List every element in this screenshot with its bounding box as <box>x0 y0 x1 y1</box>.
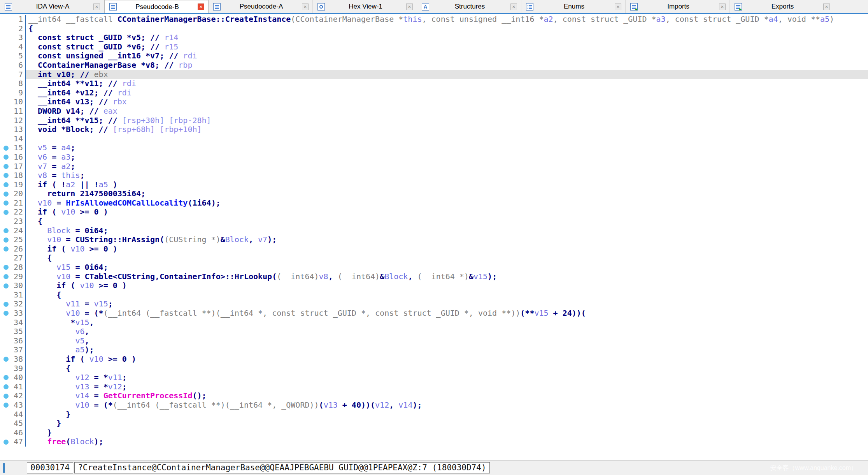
breakpoint-gutter[interactable] <box>0 24 12 33</box>
code-text[interactable]: } <box>26 410 868 419</box>
tab-enums[interactable]: Enums✕ <box>521 0 626 13</box>
breakpoint-dot-icon[interactable] <box>4 403 9 408</box>
breakpoint-gutter[interactable] <box>0 79 12 88</box>
breakpoint-dot-icon[interactable] <box>4 201 9 206</box>
breakpoint-dot[interactable] <box>0 171 12 180</box>
breakpoint-gutter[interactable] <box>0 428 12 438</box>
breakpoint-gutter[interactable] <box>0 318 12 327</box>
code-text[interactable]: { <box>26 24 868 33</box>
breakpoint-gutter[interactable] <box>0 410 12 419</box>
breakpoint-dot-icon[interactable] <box>4 155 9 160</box>
breakpoint-dot[interactable] <box>0 235 12 245</box>
breakpoint-dot[interactable] <box>0 355 12 364</box>
close-icon[interactable]: ✕ <box>302 4 309 10</box>
breakpoint-dot[interactable] <box>0 199 12 208</box>
breakpoint-gutter[interactable] <box>0 70 12 79</box>
breakpoint-dot[interactable] <box>0 180 12 190</box>
code-text[interactable]: v10 = CTable<CUString,ContainerInfo>::Hr… <box>26 272 868 281</box>
code-text[interactable]: const unsigned __int16 *v7; // rdi <box>26 51 868 61</box>
code-text[interactable]: if ( !a2 || !a5 ) <box>26 180 868 190</box>
breakpoint-dot-icon[interactable] <box>4 265 9 270</box>
breakpoint-gutter[interactable] <box>0 336 12 346</box>
breakpoint-dot[interactable] <box>0 143 12 153</box>
code-text[interactable]: a5); <box>26 345 868 355</box>
breakpoint-dot-icon[interactable] <box>4 192 9 197</box>
breakpoint-dot-icon[interactable] <box>4 440 9 445</box>
breakpoint-dot-icon[interactable] <box>4 302 9 307</box>
code-text[interactable]: v14 = GetCurrentProcessId(); <box>26 391 868 401</box>
breakpoint-gutter[interactable] <box>0 116 12 125</box>
breakpoint-gutter[interactable] <box>0 107 12 116</box>
code-text[interactable]: v12 = *v11; <box>26 373 868 382</box>
breakpoint-gutter[interactable] <box>0 419 12 428</box>
code-text[interactable]: v11 = v15; <box>26 299 868 309</box>
code-text[interactable]: *v15, <box>26 318 868 327</box>
code-text[interactable]: v15 = 0i64; <box>26 263 868 272</box>
breakpoint-dot-icon[interactable] <box>4 146 9 151</box>
breakpoint-dot-icon[interactable] <box>4 283 9 289</box>
code-text[interactable]: const struct _GUID *v5; // r14 <box>26 33 868 42</box>
code-text[interactable]: if ( v10 >= 0 ) <box>26 245 868 254</box>
code-text[interactable]: if ( v10 >= 0 ) <box>26 355 868 364</box>
code-text[interactable]: if ( v10 >= 0 ) <box>26 208 868 217</box>
breakpoint-dot[interactable] <box>0 309 12 318</box>
code-text[interactable]: void *Block; // [rsp+68h] [rbp+10h] <box>26 125 868 134</box>
breakpoint-dot-icon[interactable] <box>4 246 9 252</box>
breakpoint-dot[interactable] <box>0 391 12 401</box>
close-icon[interactable]: ✕ <box>510 4 517 10</box>
code-text[interactable]: const struct _GUID *v6; // r15 <box>26 42 868 52</box>
breakpoint-dot-icon[interactable] <box>4 274 9 279</box>
breakpoint-dot[interactable] <box>0 245 12 254</box>
code-text[interactable]: { <box>26 253 868 263</box>
breakpoint-dot[interactable] <box>0 299 12 309</box>
close-icon[interactable]: ✕ <box>823 4 830 10</box>
close-icon[interactable]: ✕ <box>615 4 621 10</box>
breakpoint-gutter[interactable] <box>0 88 12 98</box>
breakpoint-dot-icon[interactable] <box>4 375 9 380</box>
breakpoint-gutter[interactable] <box>0 61 12 70</box>
breakpoint-gutter[interactable] <box>0 327 12 336</box>
code-text[interactable]: __int64 **v15; // [rsp+30h] [rbp-28h] <box>26 116 868 125</box>
code-text[interactable]: CContainerManagerBase *v8; // rbp <box>26 61 868 70</box>
breakpoint-gutter[interactable] <box>0 345 12 355</box>
code-text[interactable]: v6, <box>26 327 868 336</box>
breakpoint-dot-icon[interactable] <box>4 238 9 243</box>
breakpoint-dot[interactable] <box>0 162 12 171</box>
code-text[interactable]: free(Block); <box>26 437 868 447</box>
code-text[interactable]: v5 = a4; <box>26 143 868 153</box>
breakpoint-dot[interactable] <box>0 153 12 162</box>
code-text[interactable]: __int64 __fastcall CContainerManagerBase… <box>26 15 868 24</box>
breakpoint-dot[interactable] <box>0 189 12 199</box>
tab-ida-view-a[interactable]: IDA View-A✕ <box>0 0 104 13</box>
code-text[interactable]: __int64 *v12; // rdi <box>26 88 868 98</box>
breakpoint-dot[interactable] <box>0 401 12 410</box>
breakpoint-dot-icon[interactable] <box>4 384 9 389</box>
breakpoint-gutter[interactable] <box>0 15 12 24</box>
code-text[interactable]: int v10; // ebx <box>26 70 868 79</box>
code-text[interactable]: v10 = HrIsAllowedCOMCallLocality(1i64); <box>26 199 868 208</box>
code-text[interactable]: v13 = *v12; <box>26 382 868 392</box>
breakpoint-dot[interactable] <box>0 272 12 281</box>
close-icon[interactable]: ✕ <box>406 4 413 10</box>
code-text[interactable]: { <box>26 217 868 226</box>
code-text[interactable] <box>26 134 868 144</box>
breakpoint-gutter[interactable] <box>0 134 12 144</box>
breakpoint-dot-icon[interactable] <box>4 357 9 362</box>
breakpoint-dot[interactable] <box>0 208 12 217</box>
breakpoint-gutter[interactable] <box>0 290 12 300</box>
breakpoint-dot[interactable] <box>0 437 12 447</box>
breakpoint-dot[interactable] <box>0 382 12 392</box>
tab-pseudocode-a[interactable]: Pseudocode-A✕ <box>209 0 313 13</box>
code-text[interactable]: v5, <box>26 336 868 346</box>
breakpoint-dot-icon[interactable] <box>4 394 9 399</box>
code-text[interactable]: { <box>26 364 868 373</box>
code-text[interactable]: v6 = a3; <box>26 153 868 162</box>
code-text[interactable]: v10 = CUString::HrAssign((CUString *)&Bl… <box>26 235 868 245</box>
code-text[interactable]: v8 = this; <box>26 171 868 180</box>
tab-pseudocode-b[interactable]: Pseudocode-B✕ <box>104 0 209 13</box>
code-text[interactable]: } <box>26 419 868 428</box>
breakpoint-gutter[interactable] <box>0 364 12 373</box>
breakpoint-gutter[interactable] <box>0 217 12 226</box>
close-icon[interactable]: ✕ <box>198 4 204 10</box>
tab-imports[interactable]: Imports✕ <box>626 0 730 13</box>
